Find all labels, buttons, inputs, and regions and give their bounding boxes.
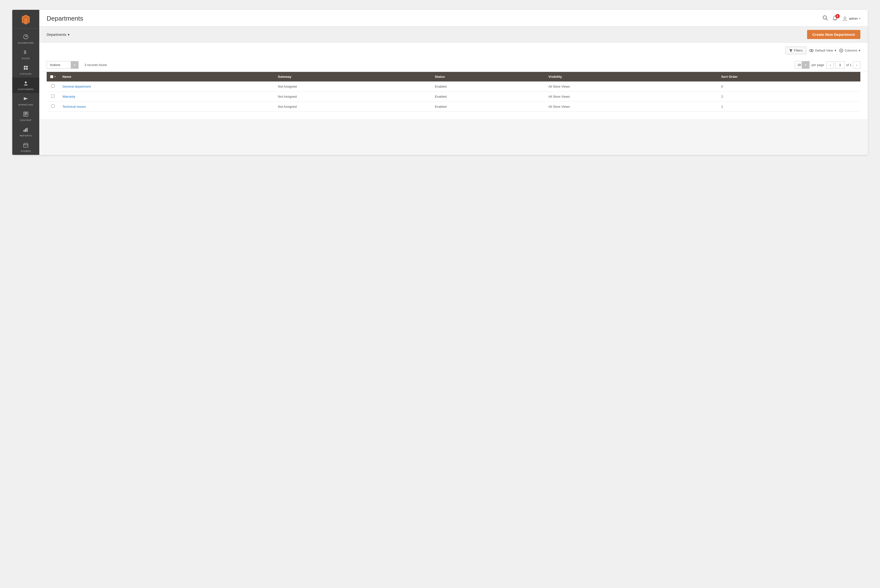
sidebar-item-catalog[interactable]: Catalog (12, 62, 39, 78)
view-icon (809, 49, 814, 52)
row-name-link-2[interactable]: Technical Issues (62, 105, 86, 108)
sidebar-item-marketing-label: Marketing (18, 104, 33, 106)
row-status-0: Enabled (431, 81, 545, 92)
search-icon (823, 15, 828, 21)
table-row: Warranty Not Assigned Enabled All Store … (47, 92, 860, 102)
content-icon (23, 111, 29, 118)
reports-icon (23, 127, 29, 134)
select-all-checkbox[interactable] (50, 75, 53, 78)
table-header: ▾ Name Gateway Status Visibility Sort Or… (47, 72, 860, 81)
sidebar-item-content[interactable]: Content (12, 108, 39, 124)
row-name-0: General department (59, 81, 275, 92)
page-toolbar: Departments ▾ Create New Department (39, 27, 868, 43)
row-visibility-1: All Store Views (545, 92, 718, 102)
departments-dropdown[interactable]: Departments ▾ (47, 33, 69, 37)
sidebar-item-sales-label: Sales (22, 57, 30, 60)
sidebar-item-dashboard-label: Dashboard (18, 42, 34, 44)
sidebar-item-marketing[interactable]: Marketing (12, 93, 39, 108)
sidebar-item-dashboard[interactable]: Dashboard (12, 31, 39, 46)
table-row: Technical Issues Not Assigned Enabled Al… (47, 102, 860, 112)
table-wrap: ▾ Name Gateway Status Visibility Sort Or… (39, 72, 868, 119)
sidebar: Dashboard $ Sales (12, 10, 39, 155)
svg-rect-15 (27, 128, 27, 132)
per-page-select-wrap: 20 ▾ (795, 61, 809, 69)
departments-dropdown-arrow-icon: ▾ (68, 33, 69, 37)
per-page-wrap: 20 ▾ per page (795, 61, 824, 69)
main-content: Departments 9 (39, 10, 868, 155)
row-visibility-0: All Store Views (545, 81, 718, 92)
columns-button-label: Columns (845, 49, 857, 52)
svg-line-19 (826, 19, 827, 20)
header-name: Name (59, 72, 275, 81)
total-pages-label: of 1 (846, 63, 851, 67)
sidebar-item-reports[interactable]: Reports (12, 124, 39, 140)
table-body: General department Not Assigned Enabled … (47, 81, 860, 112)
notification-badge: 9 (835, 14, 840, 18)
stores-icon (23, 142, 29, 149)
row-name-1: Warranty (59, 92, 275, 102)
row-name-link-1[interactable]: Warranty (62, 95, 75, 98)
departments-table: ▾ Name Gateway Status Visibility Sort Or… (47, 72, 860, 112)
row-name-link-0[interactable]: General department (62, 85, 91, 88)
svg-point-20 (844, 17, 846, 19)
row-checkbox-cell (47, 102, 59, 112)
row-status-2: Enabled (431, 102, 545, 112)
sidebar-item-content-label: Content (20, 119, 32, 122)
row-checkbox-2[interactable] (51, 105, 54, 108)
sidebar-item-customers[interactable]: Customers (12, 78, 39, 93)
svg-marker-21 (789, 50, 792, 52)
create-new-department-button[interactable]: Create New Department (807, 30, 860, 39)
row-name-2: Technical Issues (59, 102, 275, 112)
previous-page-button[interactable]: ‹ (826, 62, 834, 69)
pagination-controls: ‹ of 1 › (826, 62, 860, 69)
current-page-input[interactable] (835, 62, 845, 69)
sidebar-item-stores-label: Stores (21, 150, 31, 152)
catalog-icon (23, 65, 29, 72)
columns-dropdown-arrow-icon: ▾ (859, 49, 860, 52)
next-page-button[interactable]: › (853, 62, 860, 69)
dashboard-icon (23, 34, 29, 41)
search-button[interactable] (823, 15, 828, 22)
svg-rect-16 (24, 145, 28, 147)
row-checkbox-0[interactable] (51, 84, 54, 88)
sidebar-item-reports-label: Reports (20, 135, 32, 137)
filter-icon (789, 49, 793, 52)
admin-name-label: admin (849, 17, 857, 20)
svg-point-23 (811, 50, 812, 51)
per-page-label: per page (811, 63, 824, 67)
svg-rect-4 (24, 68, 26, 70)
filters-button[interactable]: Filters (785, 46, 806, 54)
admin-dropdown-arrow-icon: ▾ (859, 17, 860, 20)
svg-point-22 (809, 50, 814, 52)
row-gateway-2: Not Assigned (275, 102, 431, 112)
header-sort-order: Sort Order (718, 72, 860, 81)
marketing-icon (23, 96, 29, 103)
per-page-select[interactable]: 20 (795, 61, 809, 69)
svg-point-6 (25, 81, 27, 84)
sidebar-item-stores[interactable]: Stores (12, 140, 39, 155)
table-row: General department Not Assigned Enabled … (47, 81, 860, 92)
row-gateway-0: Not Assigned (275, 81, 431, 92)
row-checkbox-1[interactable] (51, 94, 54, 98)
sidebar-item-sales[interactable]: $ Sales (12, 46, 39, 62)
default-view-button[interactable]: Default View ▾ (809, 49, 836, 52)
header-checkbox-arrow-icon: ▾ (54, 75, 56, 78)
header-checkbox-col: ▾ (47, 72, 59, 81)
row-sort-order-0: 0 (718, 81, 860, 92)
filter-button-label: Filters (794, 49, 803, 52)
filter-row: Filters Default View ▾ (47, 46, 860, 58)
actions-select[interactable]: Actions (47, 61, 78, 69)
svg-text:$: $ (24, 50, 27, 55)
svg-rect-10 (24, 112, 27, 113)
records-found: 3 records found (84, 63, 792, 67)
grid-toolbar: Filters Default View ▾ (39, 43, 868, 58)
row-gateway-1: Not Assigned (275, 92, 431, 102)
svg-rect-3 (26, 66, 28, 68)
svg-rect-12 (24, 115, 26, 116)
customers-icon (23, 81, 29, 87)
columns-button[interactable]: Columns ▾ (839, 49, 860, 52)
admin-avatar-icon (842, 16, 848, 21)
notification-bell[interactable]: 9 (832, 15, 838, 22)
table-header-row: ▾ Name Gateway Status Visibility Sort Or… (47, 72, 860, 81)
admin-user-menu[interactable]: admin ▾ (842, 16, 860, 21)
